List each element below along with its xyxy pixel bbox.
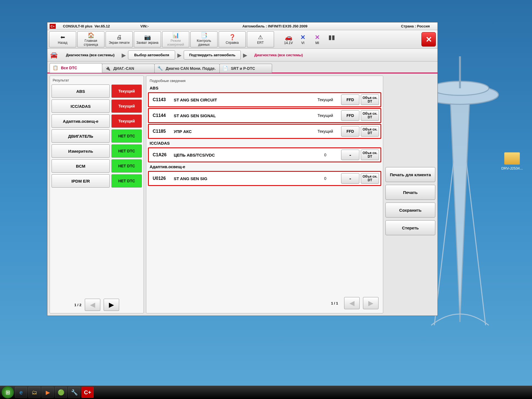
dtc-groups: ABSC1143ST ANG SEN CIRCUITТекущийFFDОбъя…	[148, 85, 381, 294]
windows-taskbar[interactable]: ⊞ e 🗂 ▶ 🟢 🔧 C+	[0, 386, 532, 399]
print-button[interactable]: Печать	[385, 185, 435, 200]
battery-label	[331, 41, 332, 45]
system-name-button[interactable]: Адаптив.освещ-е	[52, 114, 110, 128]
dtc-status: Текущий	[311, 98, 340, 102]
erase-button[interactable]: Стереть	[385, 220, 435, 235]
results-next-button[interactable]: ▶	[104, 299, 119, 311]
tab-srt-pdtc[interactable]: 📄 SRT и P-DTC	[219, 64, 272, 73]
windows-icon: ⊞	[6, 389, 10, 396]
ert-button[interactable]: ⚠ ERT	[247, 31, 274, 47]
help-label: Справка	[226, 41, 239, 45]
back-button[interactable]: ⬅ Назад	[49, 31, 76, 47]
dtc-code: C1143	[149, 97, 174, 102]
system-row: BCMНЕТ DTC	[52, 159, 142, 173]
ffd-button[interactable]: -	[341, 150, 359, 160]
system-name-button[interactable]: ICC/ADAS	[52, 99, 110, 113]
explanation-button[interactable]: Объя сн. DT	[361, 126, 379, 137]
vin-label: VIN:-	[116, 24, 149, 28]
screen-capture-button[interactable]: 📷 Захват экрана	[134, 31, 161, 47]
system-name-button[interactable]: ABS	[52, 85, 110, 98]
taskbar-ie[interactable]: e	[15, 387, 27, 398]
system-name-button[interactable]: ДВИГАТЕЛЬ	[52, 129, 110, 143]
car-icon: 🚗	[285, 34, 292, 41]
tab-label: ДИАГ.-CAN	[113, 66, 134, 71]
explanation-button[interactable]: Объя сн. DT	[361, 173, 379, 184]
print-for-client-button[interactable]: Печать для клиента	[385, 167, 435, 182]
data-icon: 📑	[200, 32, 208, 38]
dtc-status: 0	[311, 176, 340, 181]
system-status: Текущий	[111, 99, 142, 113]
start-button[interactable]: ⊞	[2, 386, 14, 398]
explanation-button[interactable]: Объя сн. DT	[361, 110, 379, 121]
taskbar-media[interactable]: ▶	[42, 387, 54, 398]
results-title: Результат	[50, 76, 144, 85]
voltage-status: 🚗 14.1V	[282, 34, 295, 45]
home-button[interactable]: 🏠 Главная страница	[77, 31, 104, 47]
ffd-button[interactable]: -	[341, 173, 359, 184]
dtc-description: ST ANG SEN CIRCUIT	[174, 98, 311, 102]
system-status: Текущий	[111, 85, 142, 98]
country-label: Страна : Россия	[401, 24, 435, 28]
folder-label: DRV-J2534...	[501, 166, 523, 170]
dtc-row[interactable]: U0126ST ANG SEN SIG0-Объя сн. DT	[148, 171, 381, 186]
consult-app-window: C+ CONSULT-III plus Ver.65.12 VIN:- Авто…	[47, 22, 438, 316]
battery-icon: ▮▮	[328, 34, 335, 41]
tab-all-dtc[interactable]: 📋 Все DTC	[50, 63, 102, 73]
document-icon: 📄	[222, 66, 228, 71]
measurement-mode-button[interactable]: 📊 Режим измерений	[162, 31, 189, 47]
ffd-button[interactable]: FFD	[341, 126, 359, 137]
taskbar-consult[interactable]: C+	[81, 387, 94, 398]
desktop-folder[interactable]: DRV-J2534...	[501, 152, 523, 170]
save-button[interactable]: Сохранить	[385, 203, 435, 218]
dtc-row[interactable]: C1144ST ANG SEN SIGNALТекущийFFDОбъя сн.…	[148, 108, 381, 123]
ffd-button[interactable]: FFD	[341, 94, 359, 105]
dtc-group: ICC/ADASC1A26ЦЕПЬ ABS/TCS/VDC0-Объя сн. …	[148, 140, 381, 162]
taskbar-explorer[interactable]: 🗂	[28, 387, 40, 398]
taskbar-tools[interactable]: 🔧	[68, 387, 80, 398]
bc-step-2[interactable]: Подтвердить автомобиль	[184, 50, 241, 60]
explanation-button[interactable]: Объя сн. DT	[361, 150, 379, 160]
content-body: Результат ABSТекущийICC/ADASТекущийАдапт…	[47, 73, 438, 316]
help-button[interactable]: ❓ Справка	[219, 31, 246, 47]
ert-label: ERT	[257, 41, 264, 45]
actions-panel: Печать для клиента Печать Сохранить Стер…	[385, 76, 435, 313]
tab-can-monitor[interactable]: 🔧 Диагно CAN Мони. Подде.	[154, 64, 220, 73]
bc-step-active: Диагностика (все системы)	[249, 51, 308, 59]
results-page-label: 1 / 2	[74, 303, 81, 307]
vehicle-label: Автомобиль : INFINITI EX35 J50 2009	[149, 24, 401, 28]
dtc-group-label: ICC/ADAS	[148, 140, 381, 147]
bc-step-0[interactable]: Диагностика (все системы)	[61, 51, 119, 59]
dtc-row[interactable]: C1143ST ANG SEN CIRCUITТекущийFFDОбъя сн…	[148, 92, 381, 107]
close-button[interactable]: ✕	[421, 32, 436, 47]
results-panel: Результат ABSТекущийICC/ADASТекущийАдапт…	[50, 76, 144, 313]
system-name-button[interactable]: BCM	[52, 159, 110, 173]
print-label: Экран печати	[109, 41, 130, 45]
explanation-button[interactable]: Объя сн. DT	[361, 94, 379, 105]
details-next-button[interactable]: ▶	[363, 297, 378, 309]
arrow-left-icon: ⬅	[59, 34, 66, 40]
camera-icon: 📷	[144, 34, 151, 40]
home-icon: 🏠	[87, 32, 94, 38]
system-status: Текущий	[111, 114, 142, 128]
bc-step-1[interactable]: Выбор автомобиля	[128, 50, 175, 60]
details-title: Подробные сведения	[148, 78, 381, 85]
dtc-row[interactable]: C1185УПР АКСТекущийFFDОбъя сн. DT	[148, 124, 381, 139]
tab-diag-can[interactable]: 🔌 ДИАГ.-CAN	[102, 64, 155, 73]
tab-label: Диагно CAN Мони. Подде.	[166, 66, 216, 71]
system-name-button[interactable]: IPDM E/R	[52, 174, 110, 188]
list-icon: 📋	[53, 65, 58, 70]
dtc-code: C1185	[149, 129, 174, 134]
results-prev-button[interactable]: ◀	[85, 299, 100, 311]
dtc-description: ЦЕПЬ ABS/TCS/VDC	[174, 153, 311, 157]
ffd-button[interactable]: FFD	[341, 110, 359, 121]
details-prev-button[interactable]: ◀	[344, 297, 360, 309]
system-name-button[interactable]: Измеритель	[52, 144, 110, 158]
taskbar-chrome[interactable]: 🟢	[55, 387, 67, 398]
print-screen-button[interactable]: 🖨 Экран печати	[106, 31, 133, 47]
dtc-row[interactable]: C1A26ЦЕПЬ ABS/TCS/VDC0-Объя сн. DT	[148, 147, 381, 162]
svg-point-1	[431, 81, 489, 95]
mode-label: Режим измерений	[162, 39, 189, 47]
recorded-data-button[interactable]: 📑 Контроль данных	[190, 31, 218, 47]
folder-icon	[504, 152, 520, 165]
dtc-group: ABSC1143ST ANG SEN CIRCUITТекущийFFDОбъя…	[148, 85, 381, 139]
